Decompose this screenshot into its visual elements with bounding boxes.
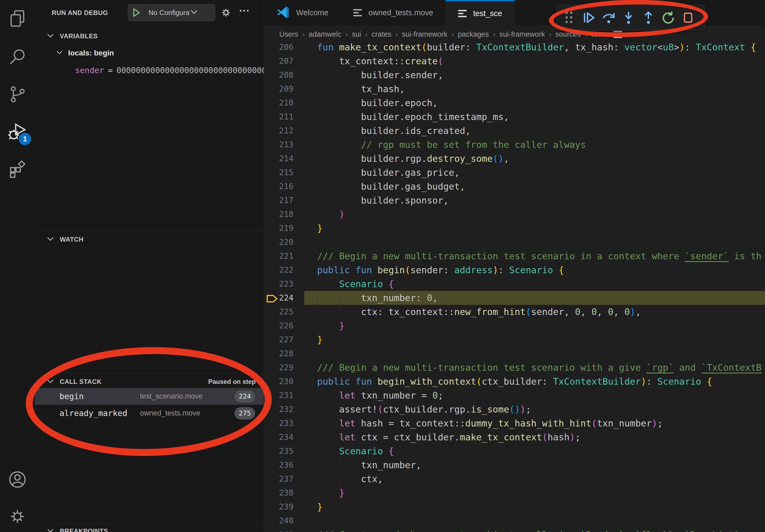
line-number[interactable]: 235 [264,444,304,458]
line-number[interactable]: 230 [264,375,304,389]
code-line[interactable]: 241/// Creates and shares system objects… [264,528,765,532]
tab-welcome[interactable]: Welcome [264,0,341,25]
step-out-button[interactable] [640,9,657,27]
code-line[interactable]: 228 [264,347,765,361]
code-line[interactable]: 215 builder.gas_price, [264,165,765,179]
code-line[interactable]: 218 ) [264,207,765,221]
watch-section-header[interactable]: WATCH [35,232,264,247]
call-stack-frame[interactable]: already_markedowned_tests.move275 [35,405,264,421]
line-number[interactable]: 210 [264,96,304,110]
line-number[interactable]: 229 [264,361,304,375]
breadcrumb-item[interactable]: Users [279,30,298,39]
variables-section-header[interactable]: VARIABLES [35,29,264,43]
stop-button[interactable] [679,9,697,27]
code-line[interactable]: 222public fun begin(sender: address): Sc… [264,263,765,277]
tab-test-sce[interactable]: test_sce [446,0,515,25]
breadcrumb-item[interactable]: adamwelc [309,30,342,39]
line-number[interactable]: 226 [264,319,304,333]
line-number[interactable]: 209 [264,82,304,96]
line-number[interactable]: 213 [264,138,304,151]
breadcrumb-item[interactable]: crates [372,30,391,39]
line-number[interactable]: 206 [264,43,304,54]
step-into-button[interactable] [620,9,637,27]
code-line[interactable]: 240 [264,514,765,528]
step-over-button[interactable] [600,9,618,27]
code-line[interactable]: 220 [264,235,765,249]
code-line[interactable]: 229/// Begin a new multi-transaction tes… [264,361,765,375]
line-number[interactable]: 219 [264,221,304,235]
line-number[interactable]: 220 [264,235,304,249]
debug-settings-gear-icon[interactable] [220,6,232,20]
source-control-icon[interactable] [0,78,35,111]
code-line[interactable]: 211 builder.epoch_timestamp_ms, [264,110,765,124]
line-number[interactable]: 208 [264,68,304,82]
code-line[interactable]: 236 txn_number, [264,458,765,472]
call-stack-section-header[interactable]: CALL STACK Paused on step [35,375,264,389]
more-actions-icon[interactable]: ··· [239,5,250,17]
code-line[interactable]: 213 // rgp must be set from the caller a… [264,138,765,151]
code-editor[interactable]: 206fun make_tx_context(builder: TxContex… [264,43,765,532]
code-line[interactable]: 216 builder.gas_budget, [264,179,765,193]
code-line[interactable]: 231 let txn_number = 0; [264,389,765,402]
code-line[interactable]: 239} [264,500,765,514]
line-number[interactable]: 222 [264,263,304,277]
code-line[interactable]: 206fun make_tx_context(builder: TxContex… [264,43,765,54]
line-number[interactable]: 240 [264,514,304,528]
debug-configuration-dropdown[interactable]: No Configura [128,4,215,21]
code-line[interactable]: 226 } [264,319,765,333]
code-line[interactable]: 214 builder.rgp.destroy_some(), [264,151,765,165]
line-number[interactable]: 223 [264,277,304,291]
code-line[interactable]: 219} [264,221,765,235]
explorer-icon[interactable] [0,3,35,35]
code-line[interactable]: 209 tx_hash, [264,82,765,96]
code-line[interactable]: 223 Scenario { [264,277,765,291]
line-number[interactable]: 218 [264,207,304,221]
settings-gear-icon[interactable] [0,500,35,532]
line-number[interactable]: 224 [264,291,304,305]
search-icon[interactable] [0,41,35,73]
breadcrumb-item[interactable]: sui-framework [402,30,447,39]
line-number[interactable]: 212 [264,124,304,138]
code-line[interactable]: 210 builder.epoch, [264,96,765,110]
line-number[interactable]: 232 [264,402,304,416]
breakpoints-section-header[interactable]: BREAKPOINTS [35,524,264,532]
extensions-icon[interactable] [0,153,35,185]
breadcrumb-item[interactable]: sui-framework [499,30,545,39]
code-line[interactable]: 221/// Begin a new multi-transaction tes… [264,249,765,263]
breadcrumb-item[interactable]: te [626,30,633,39]
code-line[interactable]: 232 assert!(ctx_builder.rgp.is_some()); [264,402,765,416]
code-line[interactable]: 208 builder.sender, [264,68,765,82]
continue-button[interactable] [580,9,598,27]
line-number[interactable]: 238 [264,486,304,500]
code-line[interactable]: 233 let hash = tx_context::dummy_tx_hash… [264,416,765,430]
breadcrumb-item[interactable]: sui [352,30,361,39]
code-line[interactable]: 230public fun begin_with_context(ctx_bui… [264,375,765,389]
line-number[interactable]: 211 [264,110,304,124]
call-stack-frame[interactable]: begintest_scenario.move224 [35,388,264,405]
code-line[interactable]: 212 builder.ids_created, [264,124,765,138]
line-number[interactable]: 236 [264,458,304,472]
code-line[interactable]: 238 } [264,486,765,500]
toolbar-drag-handle[interactable] [560,9,578,27]
code-line[interactable]: 217 builder.sponsor, [264,193,765,207]
variables-scope-row[interactable]: locals: begin [35,46,264,61]
variable-row[interactable]: sender = 0000000000000000000000000000000… [35,63,264,78]
line-number[interactable]: 233 [264,416,304,430]
line-number[interactable]: 215 [264,165,304,179]
breadcrumb-item[interactable]: sources [555,30,581,39]
code-line[interactable]: 237 ctx, [264,472,765,486]
code-line[interactable]: 234 let ctx = ctx_builder.make_tx_contex… [264,430,765,444]
breadcrumb-item[interactable]: packages [458,30,489,39]
code-line[interactable]: 224 txn_number: 0, [264,291,765,305]
account-icon[interactable] [0,463,35,496]
line-number[interactable]: 237 [264,472,304,486]
start-debug-play-icon[interactable] [128,4,145,21]
line-number[interactable]: 216 [264,179,304,193]
line-number[interactable]: 239 [264,500,304,514]
line-number[interactable]: 241 [264,528,304,532]
line-number[interactable]: 207 [264,54,304,68]
line-number[interactable]: 221 [264,249,304,263]
code-line[interactable]: 227} [264,333,765,347]
line-number[interactable]: 234 [264,430,304,444]
line-number[interactable]: 227 [264,333,304,347]
